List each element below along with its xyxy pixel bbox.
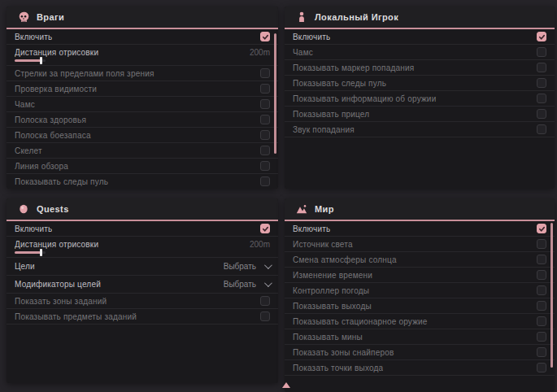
row-label: Звук попадания	[293, 125, 355, 134]
row-label: Полоска здоровья	[15, 115, 86, 124]
row-label: Дистанция отрисовки	[15, 48, 98, 57]
checkbox[interactable]	[537, 47, 546, 57]
slider-value: 200m	[250, 48, 270, 57]
panel-local-player: Локальный Игрок ВключитьЧамсПоказывать м…	[285, 7, 555, 189]
checkbox[interactable]	[260, 115, 270, 124]
panel-rows: ВключитьДистанция отрисовки200mЦелиВыбра…	[7, 221, 278, 324]
settings-row: Чамс	[7, 97, 278, 112]
settings-row: Включить	[285, 221, 555, 237]
dropdown[interactable]: Выбрать	[224, 262, 270, 271]
checkbox[interactable]	[260, 161, 270, 171]
checkbox[interactable]	[537, 109, 546, 119]
panel-rows: ВключитьИсточник светаСмена атмосферы со…	[285, 221, 555, 376]
row-label: Скелет	[15, 146, 42, 155]
row-label: Показывать выходы	[293, 302, 372, 311]
checkbox[interactable]	[260, 130, 270, 140]
row-label: Показывать стационарное оружие	[293, 317, 428, 326]
scrollbar[interactable]	[550, 223, 553, 368]
checkbox[interactable]	[260, 146, 270, 155]
checkbox[interactable]	[537, 363, 546, 372]
settings-row: Источник света	[285, 237, 555, 252]
checkbox[interactable]	[260, 32, 270, 41]
checkbox[interactable]	[260, 311, 270, 321]
slider-fill	[15, 251, 41, 254]
cursor-triangle-up-icon	[282, 382, 290, 388]
checkbox[interactable]	[537, 285, 546, 295]
checkbox[interactable]	[537, 224, 546, 233]
row-label: Показывать следы пуль	[293, 79, 386, 88]
settings-row: Показать точки выхода	[285, 360, 555, 376]
panel-rows: ВключитьДистанция отрисовки200mСтрелки з…	[7, 29, 278, 189]
checkbox[interactable]	[260, 84, 270, 94]
panel-title: Локальный Игрок	[315, 12, 398, 22]
row-label: Показывать мины	[293, 333, 363, 342]
dropdown-value: Выбрать	[224, 262, 256, 271]
slider-fill	[15, 59, 41, 62]
checkbox[interactable]	[537, 239, 546, 249]
checkbox[interactable]	[537, 124, 546, 134]
panel-title: Quests	[37, 204, 69, 214]
settings-row: Показывать прицел	[285, 107, 555, 122]
checkbox[interactable]	[537, 332, 546, 342]
scrollbar[interactable]	[274, 33, 276, 154]
settings-row: Включить	[7, 221, 278, 237]
panel-local-player-header: Локальный Игрок	[285, 7, 555, 29]
row-label: Показать точки выхода	[293, 364, 383, 372]
chevron-down-icon	[264, 279, 272, 287]
checkbox[interactable]	[537, 316, 546, 326]
settings-row: ЦелиВыбрать	[7, 258, 278, 276]
checkbox[interactable]	[537, 255, 546, 264]
slider-value: 200m	[250, 240, 270, 249]
row-label: Чамс	[15, 100, 35, 109]
slider-handle[interactable]	[40, 249, 42, 256]
settings-row: Дистанция отрисовки200m	[7, 237, 278, 258]
row-label: Показать зоны заданий	[15, 297, 107, 306]
checkbox[interactable]	[260, 176, 270, 186]
panel-world-header: Мир	[285, 198, 555, 221]
settings-row: Дистанция отрисовки200m	[7, 45, 278, 66]
slider[interactable]	[15, 59, 46, 62]
settings-row: Стрелки за пределами поля зрения	[7, 66, 278, 81]
row-label: Стрелки за пределами поля зрения	[15, 69, 154, 78]
settings-row: Полоска здоровья	[7, 112, 278, 128]
checkbox[interactable]	[537, 78, 546, 88]
settings-row: Показывать маркер попадания	[285, 60, 555, 76]
row-label: Включить	[15, 224, 52, 233]
dropdown[interactable]: Выбрать	[224, 280, 270, 289]
row-label: Модификаторы целей	[15, 280, 101, 289]
settings-row: Звук попадания	[285, 122, 555, 137]
settings-row: Модификаторы целейВыбрать	[7, 276, 278, 294]
checkbox[interactable]	[537, 270, 546, 280]
row-label: Показывать прицел	[293, 110, 369, 119]
settings-row: Линия обзора	[7, 159, 278, 174]
row-label: Полоска боезапаса	[15, 131, 91, 140]
row-label: Показывать следы пуль	[15, 177, 108, 186]
checkbox[interactable]	[537, 94, 546, 103]
slider[interactable]	[15, 251, 46, 254]
checkbox[interactable]	[537, 301, 546, 311]
panel-enemies-header: Враги	[7, 7, 278, 29]
settings-row: Показывать следы пуль	[285, 76, 555, 91]
checkbox[interactable]	[537, 32, 546, 41]
row-label: Проверка видимости	[15, 85, 97, 94]
circle-icon	[18, 203, 29, 215]
row-label: Показывать маркер попадания	[293, 63, 414, 72]
row-label: Источник света	[293, 240, 353, 249]
checkbox[interactable]	[537, 347, 546, 357]
panel-title: Мир	[315, 204, 334, 214]
checkbox[interactable]	[537, 63, 546, 72]
row-label: Дистанция отрисовки	[15, 240, 98, 249]
settings-row: Показывать выходы	[285, 298, 555, 314]
row-label: Показать зоны снайперов	[293, 348, 394, 357]
chevron-down-icon	[264, 261, 272, 269]
checkbox[interactable]	[260, 224, 270, 233]
panel-enemies: Враги ВключитьДистанция отрисовки200mСтр…	[7, 7, 278, 189]
slider-handle[interactable]	[40, 57, 42, 64]
checkbox[interactable]	[260, 99, 270, 109]
dropdown-value: Выбрать	[224, 280, 256, 289]
settings-row: Показывать мины	[285, 329, 555, 345]
settings-row: Показывать стационарное оружие	[285, 314, 555, 329]
checkbox[interactable]	[260, 296, 270, 306]
checkbox[interactable]	[260, 68, 270, 78]
settings-row: Включить	[285, 29, 555, 45]
